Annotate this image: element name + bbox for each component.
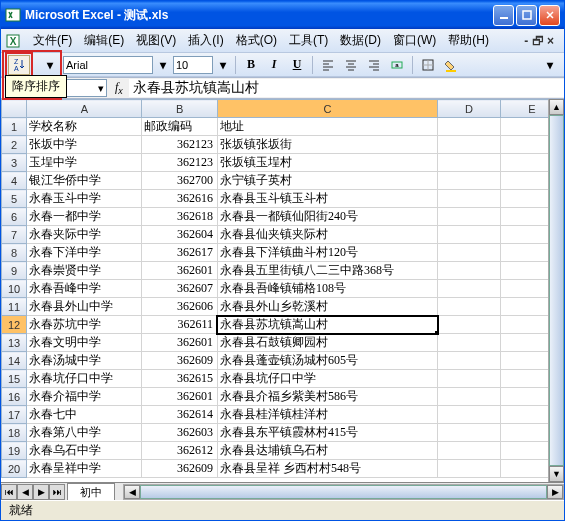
cell[interactable] bbox=[438, 460, 501, 478]
cell[interactable] bbox=[438, 352, 501, 370]
italic-button[interactable]: I bbox=[264, 55, 284, 75]
cell[interactable] bbox=[438, 316, 501, 334]
spreadsheet-grid[interactable]: ABCDE1学校名称邮政编码地址2张坂中学362123张坂镇张坂街3玉埕中学36… bbox=[1, 99, 564, 482]
cell[interactable] bbox=[438, 190, 501, 208]
cell[interactable] bbox=[438, 370, 501, 388]
borders-button[interactable] bbox=[418, 55, 438, 75]
hscroll-thumb[interactable] bbox=[140, 485, 547, 499]
row-header-8[interactable]: 8 bbox=[2, 244, 27, 262]
cell[interactable] bbox=[438, 226, 501, 244]
sort-descending-button[interactable]: ZA bbox=[8, 55, 30, 75]
cell[interactable]: 永春县石鼓镇卿园村 bbox=[217, 334, 437, 352]
cell[interactable]: 362617 bbox=[142, 244, 217, 262]
cell[interactable] bbox=[438, 280, 501, 298]
select-all-corner[interactable] bbox=[2, 100, 27, 118]
size-dropdown-icon[interactable]: ▾ bbox=[216, 55, 230, 75]
merge-center-button[interactable]: a bbox=[387, 55, 407, 75]
cell[interactable]: 永春县坑仔口中学 bbox=[217, 370, 437, 388]
cell[interactable]: 玉埕中学 bbox=[27, 154, 142, 172]
col-header-A[interactable]: A bbox=[27, 100, 142, 118]
cell[interactable]: 永春县五里街镇八二三中路368号 bbox=[217, 262, 437, 280]
cell[interactable]: 362614 bbox=[142, 406, 217, 424]
cell[interactable] bbox=[438, 442, 501, 460]
cell[interactable]: 362601 bbox=[142, 262, 217, 280]
workbook-close-button[interactable]: - 🗗 × bbox=[518, 32, 560, 50]
cell[interactable]: 362601 bbox=[142, 334, 217, 352]
cell[interactable]: 邮政编码 bbox=[142, 118, 217, 136]
cell[interactable]: 永春县下洋镇曲斗村120号 bbox=[217, 244, 437, 262]
fill-color-button[interactable] bbox=[441, 55, 461, 75]
row-header-4[interactable]: 4 bbox=[2, 172, 27, 190]
cell[interactable]: 永春汤城中学 bbox=[27, 352, 142, 370]
row-header-16[interactable]: 16 bbox=[2, 388, 27, 406]
cell[interactable] bbox=[438, 262, 501, 280]
cell[interactable]: 362606 bbox=[142, 298, 217, 316]
row-header-19[interactable]: 19 bbox=[2, 442, 27, 460]
cell[interactable] bbox=[438, 208, 501, 226]
cell[interactable]: 永春苏坑中学 bbox=[27, 316, 142, 334]
align-center-button[interactable] bbox=[341, 55, 361, 75]
align-right-button[interactable] bbox=[364, 55, 384, 75]
row-header-7[interactable]: 7 bbox=[2, 226, 27, 244]
row-header-9[interactable]: 9 bbox=[2, 262, 27, 280]
cell[interactable] bbox=[438, 154, 501, 172]
cell[interactable]: 362601 bbox=[142, 388, 217, 406]
cell[interactable]: 永春县仙夹镇夹际村 bbox=[217, 226, 437, 244]
font-size-select[interactable] bbox=[173, 56, 213, 74]
cell[interactable]: 362607 bbox=[142, 280, 217, 298]
cell[interactable]: 学校名称 bbox=[27, 118, 142, 136]
scroll-up-button[interactable]: ▲ bbox=[549, 99, 564, 115]
row-header-20[interactable]: 20 bbox=[2, 460, 27, 478]
row-header-14[interactable]: 14 bbox=[2, 352, 27, 370]
cell[interactable] bbox=[438, 298, 501, 316]
cell[interactable]: 362616 bbox=[142, 190, 217, 208]
formula-input[interactable] bbox=[129, 79, 564, 97]
cell[interactable]: 永春一都中学 bbox=[27, 208, 142, 226]
row-header-18[interactable]: 18 bbox=[2, 424, 27, 442]
tab-nav-prev[interactable]: ◀ bbox=[17, 484, 33, 500]
row-header-13[interactable]: 13 bbox=[2, 334, 27, 352]
row-header-1[interactable]: 1 bbox=[2, 118, 27, 136]
cell[interactable]: 永春第八中学 bbox=[27, 424, 142, 442]
cell[interactable]: 永春七中 bbox=[27, 406, 142, 424]
cell[interactable]: 永春文明中学 bbox=[27, 334, 142, 352]
cell[interactable]: 永春下洋中学 bbox=[27, 244, 142, 262]
col-header-B[interactable]: B bbox=[142, 100, 217, 118]
cell[interactable]: 永春坑仔口中学 bbox=[27, 370, 142, 388]
scroll-left-button[interactable]: ◀ bbox=[124, 485, 140, 499]
cell[interactable]: 362700 bbox=[142, 172, 217, 190]
cell[interactable]: 362604 bbox=[142, 226, 217, 244]
menu-file[interactable]: 文件(F) bbox=[27, 30, 78, 51]
cell[interactable]: 永春介福中学 bbox=[27, 388, 142, 406]
row-header-2[interactable]: 2 bbox=[2, 136, 27, 154]
scroll-right-button[interactable]: ▶ bbox=[547, 485, 563, 499]
cell[interactable] bbox=[438, 136, 501, 154]
align-left-button[interactable] bbox=[318, 55, 338, 75]
row-header-11[interactable]: 11 bbox=[2, 298, 27, 316]
cell[interactable]: 362609 bbox=[142, 352, 217, 370]
row-header-12[interactable]: 12 bbox=[2, 316, 27, 334]
tab-nav-next[interactable]: ▶ bbox=[33, 484, 49, 500]
cell[interactable]: 永春县玉斗镇玉斗村 bbox=[217, 190, 437, 208]
cell[interactable] bbox=[438, 406, 501, 424]
cell[interactable] bbox=[438, 388, 501, 406]
font-dropdown-icon[interactable]: ▾ bbox=[156, 55, 170, 75]
row-header-10[interactable]: 10 bbox=[2, 280, 27, 298]
toolbar-overflow-icon[interactable]: ▾ bbox=[540, 55, 560, 75]
col-header-D[interactable]: D bbox=[438, 100, 501, 118]
cell[interactable]: 永春县达埔镇乌石村 bbox=[217, 442, 437, 460]
vscroll-thumb[interactable] bbox=[549, 115, 564, 466]
cell[interactable]: 张坂中学 bbox=[27, 136, 142, 154]
cell[interactable]: 362618 bbox=[142, 208, 217, 226]
underline-button[interactable]: U bbox=[287, 55, 307, 75]
cell[interactable]: 永春县介福乡紫美村586号 bbox=[217, 388, 437, 406]
cell[interactable] bbox=[438, 424, 501, 442]
cell[interactable]: 永春呈祥中学 bbox=[27, 460, 142, 478]
row-header-6[interactable]: 6 bbox=[2, 208, 27, 226]
cell[interactable]: 永春吾峰中学 bbox=[27, 280, 142, 298]
menu-tools[interactable]: 工具(T) bbox=[283, 30, 334, 51]
menu-help[interactable]: 帮助(H) bbox=[442, 30, 495, 51]
cell[interactable]: 永春崇贤中学 bbox=[27, 262, 142, 280]
row-header-5[interactable]: 5 bbox=[2, 190, 27, 208]
cell[interactable]: 永春县呈祥 乡西村村548号 bbox=[217, 460, 437, 478]
